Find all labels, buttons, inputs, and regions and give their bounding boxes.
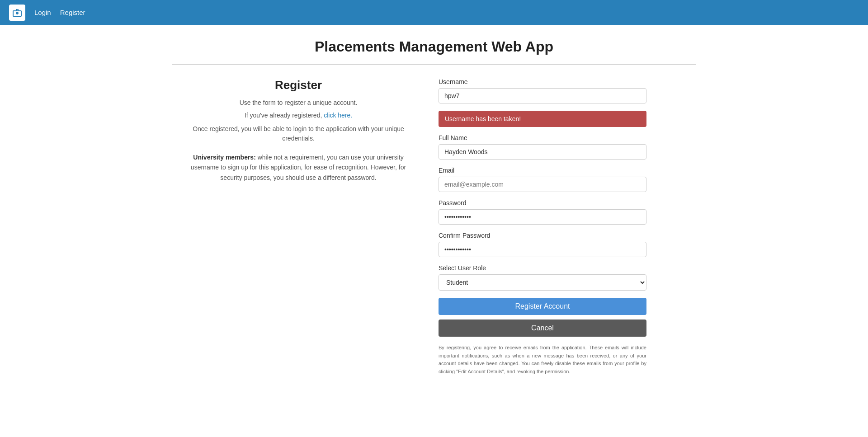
email-group: Email: [439, 167, 646, 192]
register-desc: Use the form to register a unique accoun…: [185, 99, 411, 106]
password-input[interactable]: [439, 209, 646, 225]
university-label: University members:: [193, 154, 256, 161]
main-content: Placements Management Web App Register U…: [163, 25, 705, 389]
confirm-password-group: Confirm Password: [439, 232, 646, 257]
password-group: Password: [439, 199, 646, 225]
briefcase-icon: [9, 5, 25, 21]
confirm-password-input[interactable]: [439, 242, 646, 257]
page-title: Placements Management Web App: [172, 38, 696, 55]
right-panel: Username Username has been taken! Full N…: [439, 78, 646, 376]
register-account-button[interactable]: Register Account: [439, 298, 646, 315]
divider: [172, 64, 696, 65]
already-registered-label: If you've already registered,: [245, 112, 322, 119]
cancel-button[interactable]: Cancel: [439, 320, 646, 337]
navbar-links: Login Register: [34, 9, 85, 16]
register-link[interactable]: Register: [60, 9, 85, 16]
username-input[interactable]: [439, 88, 646, 103]
username-group: Username: [439, 78, 646, 103]
register-heading: Register: [185, 78, 411, 92]
login-link[interactable]: Login: [34, 9, 51, 16]
already-registered-text: If you've already registered, click here…: [185, 112, 411, 119]
error-alert: Username has been taken!: [439, 111, 646, 127]
fullname-label: Full Name: [439, 134, 646, 141]
register-container: Register Use the form to register a uniq…: [185, 78, 683, 376]
fullname-input[interactable]: [439, 144, 646, 160]
password-label: Password: [439, 199, 646, 207]
fullname-group: Full Name: [439, 134, 646, 160]
click-here-link[interactable]: click here.: [324, 112, 352, 119]
role-group: Select User Role Student Employer Admini…: [439, 264, 646, 291]
role-label: Select User Role: [439, 264, 646, 272]
university-note: University members: while not a requirem…: [185, 152, 411, 183]
username-label: Username: [439, 78, 646, 85]
role-select[interactable]: Student Employer Administrator: [439, 274, 646, 291]
confirm-password-label: Confirm Password: [439, 232, 646, 239]
brand: [9, 5, 25, 21]
left-panel: Register Use the form to register a uniq…: [185, 78, 411, 183]
once-registered-note: Once registered, you will be able to log…: [185, 124, 411, 143]
email-label: Email: [439, 167, 646, 174]
email-input[interactable]: [439, 177, 646, 192]
navbar: Login Register: [0, 0, 868, 25]
privacy-note: By registering, you agree to receive ema…: [439, 344, 646, 376]
